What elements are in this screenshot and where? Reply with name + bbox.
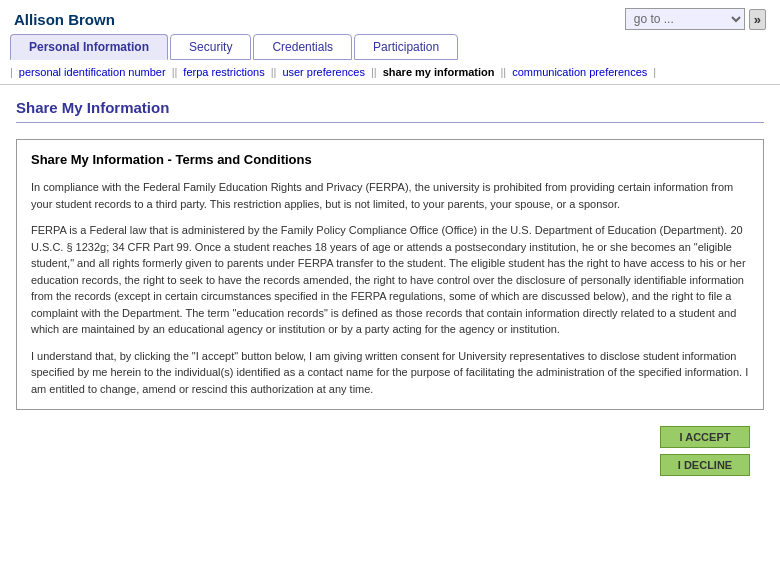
sub-tabs: | personal identification number || ferp…	[0, 60, 780, 85]
goto-select[interactable]: go to ...	[625, 8, 745, 30]
main-tabs: Personal Information Security Credential…	[0, 34, 780, 60]
goto-container: go to ... »	[625, 8, 766, 30]
terms-title: Share My Information - Terms and Conditi…	[31, 152, 749, 167]
content-area: Share My Information - Terms and Conditi…	[0, 131, 780, 484]
tab-credentials[interactable]: Credentials	[253, 34, 352, 60]
page-title: Share My Information	[16, 99, 764, 123]
divider-end: |	[653, 66, 656, 78]
terms-box: Share My Information - Terms and Conditi…	[16, 139, 764, 410]
goto-button[interactable]: »	[749, 9, 766, 30]
subtab-communication-preferences[interactable]: communication preferences	[506, 64, 653, 80]
subtab-share-my-information[interactable]: share my information	[377, 64, 501, 80]
terms-paragraph-3: I understand that, by clicking the "I ac…	[31, 348, 749, 398]
buttons-row: I ACCEPT I DECLINE	[16, 426, 764, 476]
subtab-ferpa-restrictions[interactable]: ferpa restrictions	[177, 64, 270, 80]
decline-button[interactable]: I DECLINE	[660, 454, 750, 476]
terms-paragraph-2: FERPA is a Federal law that is administe…	[31, 222, 749, 338]
accept-button[interactable]: I ACCEPT	[660, 426, 750, 448]
tab-participation[interactable]: Participation	[354, 34, 458, 60]
header: Allison Brown go to ... »	[0, 0, 780, 34]
tab-personal-information[interactable]: Personal Information	[10, 34, 168, 60]
subtab-personal-identification-number[interactable]: personal identification number	[13, 64, 172, 80]
tab-security[interactable]: Security	[170, 34, 251, 60]
user-name: Allison Brown	[14, 11, 115, 28]
terms-paragraph-1: In compliance with the Federal Family Ed…	[31, 179, 749, 212]
subtab-user-preferences[interactable]: user preferences	[276, 64, 371, 80]
page-title-section: Share My Information	[0, 85, 780, 131]
